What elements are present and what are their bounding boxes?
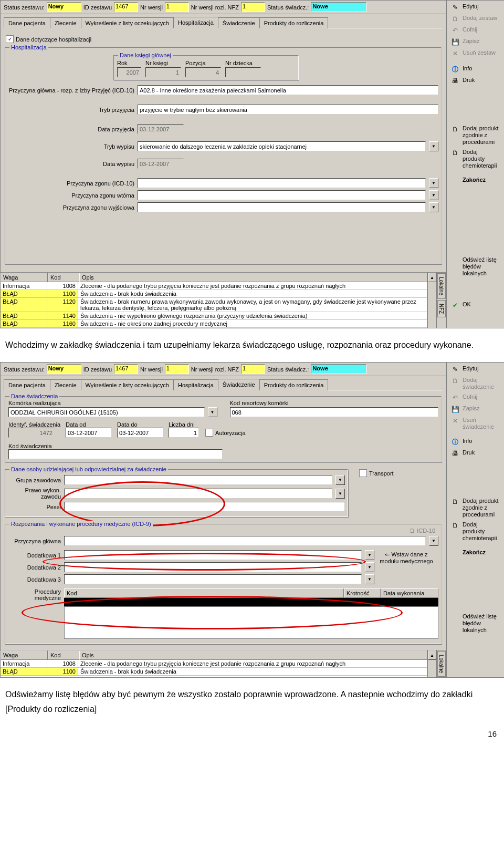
col-kod[interactable]: Kod [48,273,79,282]
col-waga[interactable]: Waga [1,273,48,282]
close-button[interactable]: Zakończ [447,547,504,559]
dropdown-icon[interactable]: ▼ [365,562,374,572]
tab-dane-pacjenta[interactable]: Dane pacjenta [4,17,50,28]
dropdown-icon[interactable]: ▼ [429,178,438,188]
dropdown-icon[interactable]: ▼ [365,574,374,584]
edit-button[interactable]: ✎Edytuj [447,2,504,13]
kom-field[interactable]: ODDZIAŁ CHIRURGII OGÓLNEJ (15105) [8,407,205,417]
scroll-up-icon[interactable]: ▲ [428,273,436,282]
dod1-field[interactable] [64,550,362,560]
tryb-przyjecia-label: Tryb przyjęcia [8,107,134,113]
przyczyna-glowna-field[interactable]: A02.8 - Inne określone zakażenia pałeczk… [138,85,438,95]
edit-button[interactable]: ✎Edytuj [447,364,504,375]
dropdown-icon[interactable]: ▼ [429,202,438,212]
close-button[interactable]: Zakończ [447,175,504,187]
icd10-button: 🗋 ICD-10 [410,528,435,534]
col-opis[interactable]: Opis [79,273,427,282]
info-icon: ⓘ [451,65,459,74]
print-button[interactable]: 🖶Druk [447,448,504,459]
dropdown-icon[interactable]: ▼ [429,190,438,200]
kodres-field[interactable]: 068 [230,407,439,417]
table-row[interactable]: BŁĄD1100Świadczenia - brak kodu świadcze… [1,290,427,298]
edit-icon: ✎ [451,3,459,12]
tab-swiadczenie[interactable]: Świadczenie [218,379,260,390]
add-chemo-button[interactable]: 🗋Dodaj produkty chemioterapii [447,147,504,171]
table-row[interactable]: Informacja1008Zlecenie - dla podanego tr… [1,660,427,668]
tab-swiadczenie[interactable]: Świadczenie [218,17,260,28]
id-label: ID zestawu [83,4,112,11]
zgon-wtorna-field[interactable] [138,190,426,200]
dod3-field[interactable] [64,574,362,584]
zgon-field[interactable] [138,178,426,188]
table-row[interactable]: Informacja1008Zlecenie - dla podanego tr… [1,282,427,290]
tryb-wypisu-field[interactable]: skierowanie do dalszego leczenia w zakła… [138,141,426,151]
document-paragraph: Odświeżamy listę błędów aby być pewnym ż… [0,678,504,726]
scrollbar[interactable]: ▲ [427,650,436,677]
tab-produkty[interactable]: Produkty do rozliczenia [259,379,329,390]
scroll-up-icon[interactable]: ▲ [428,650,436,660]
table-row[interactable]: BŁĄD1140Świadczenia - nie wypełniono głó… [1,312,427,320]
tab-wykreslenie[interactable]: Wykreślenie z listy oczekujących [81,379,174,390]
vtab-nfz[interactable]: NFZ [437,300,446,317]
tab-hospitalizacja[interactable]: Hospitalizacja [173,379,218,390]
scrollbar[interactable]: ▲ [427,273,436,328]
status-value: Nowy [47,2,81,12]
przyczyna-glowna-label: Przyczyna główna - rozp. z Izby Przyjęć … [8,87,134,94]
data-od-field[interactable]: 03-12-2007 [66,428,112,438]
kodres-label: Kod resortowy komórki [230,400,439,406]
zgon-wyj-field[interactable] [138,202,426,212]
info-button[interactable]: ⓘInfo [447,436,504,448]
dropdown-icon[interactable]: ▼ [335,489,345,499]
zgon-label: Przyczyna zgonu (ICD-10) [8,180,134,187]
vtab-lokalne[interactable]: Lokalne [437,273,446,299]
swiad-value: Nowe [311,2,366,12]
nfz-label: Nr wersji rozl. NFZ [191,4,239,11]
tab-produkty[interactable]: Produkty do rozliczenia [259,17,329,28]
proc-table-body[interactable] [64,606,438,639]
autoryzacja-checkbox[interactable]: Autoryzacja [205,429,245,437]
ok-button[interactable]: ✔OK [447,299,504,311]
dod2-field[interactable] [64,562,362,572]
przyczyna-field[interactable] [64,536,426,546]
info-button[interactable]: ⓘInfo [447,64,504,75]
hospitalization-checkbox[interactable]: ✓ Dane dotyczące hospitalizacji [6,35,441,43]
dropdown-icon[interactable]: ▼ [429,536,438,546]
wstaw-button[interactable]: ⇐ Wstaw dane z modułu medycznego [374,548,438,586]
add-product-button[interactable]: 🗋Dodaj produkt zgodnie z procedurami [447,496,504,520]
transport-checkbox[interactable]: Transport [359,469,441,477]
ident-field: 1472 [8,428,55,438]
tab-dane-pacjenta[interactable]: Dane pacjenta [4,379,50,390]
dropdown-icon[interactable]: ▼ [208,407,217,417]
table-row[interactable]: BŁĄD1120Świadczenia - brak numeru prawa … [1,298,427,312]
add-chemo-button[interactable]: 🗋Dodaj produkty chemioterapii [447,520,504,543]
tryb-przyjecia-field[interactable]: przyjęcie w trybie nagłym bez skierowani… [138,105,438,115]
table-row[interactable] [64,598,438,606]
undo-icon: ↶ [451,394,459,402]
tab-wykreslenie[interactable]: Wykreślenie z listy oczekujących [81,17,174,28]
prawo-field[interactable] [64,489,332,499]
print-button[interactable]: 🖶Druk [447,75,504,87]
tab-zlecenie[interactable]: Zlecenie [50,379,81,390]
table-row[interactable]: BŁĄD1100Świadczenia - brak kodu świadcze… [1,668,427,676]
tab-hospitalizacja[interactable]: Hospitalizacja [173,17,218,28]
dropdown-icon[interactable]: ▼ [365,550,374,560]
check-icon: ✓ [6,35,14,43]
grupa-field[interactable] [64,475,332,485]
undo-button: ↶Cofnij [447,392,504,404]
pesel-field[interactable] [64,502,345,512]
kodsw-field[interactable] [8,449,223,459]
side-panel-upper: ✎Edytuj 🗋Dodaj zestaw ↶Cofnij 💾Zapisz ✕U… [446,1,504,328]
add-product-button[interactable]: 🗋Dodaj produkt zgodnie z procedurami [447,123,504,147]
save-icon: 💾 [451,38,459,46]
dropdown-icon[interactable]: ▼ [429,141,438,151]
data-do-field[interactable]: 03-12-2007 [117,428,163,438]
zgon-wyj-label: Przyczyna zgonu wyjściowa [8,204,134,211]
table-row[interactable]: BŁĄD1160Świadczenia - nie określono żadn… [1,320,427,328]
tab-zlecenie[interactable]: Zlecenie [50,17,81,28]
pozycja-label: Pozycja [185,60,221,66]
refresh-button[interactable]: Odśwież listę błędów lokalnych [447,255,504,278]
dropdown-icon[interactable]: ▼ [335,475,345,485]
refresh-button[interactable]: Odśwież listę błędów lokalnych [447,612,504,635]
dni-field[interactable]: 1 [169,428,199,438]
data-wypisu-field: 03-12-2007 [138,159,184,169]
